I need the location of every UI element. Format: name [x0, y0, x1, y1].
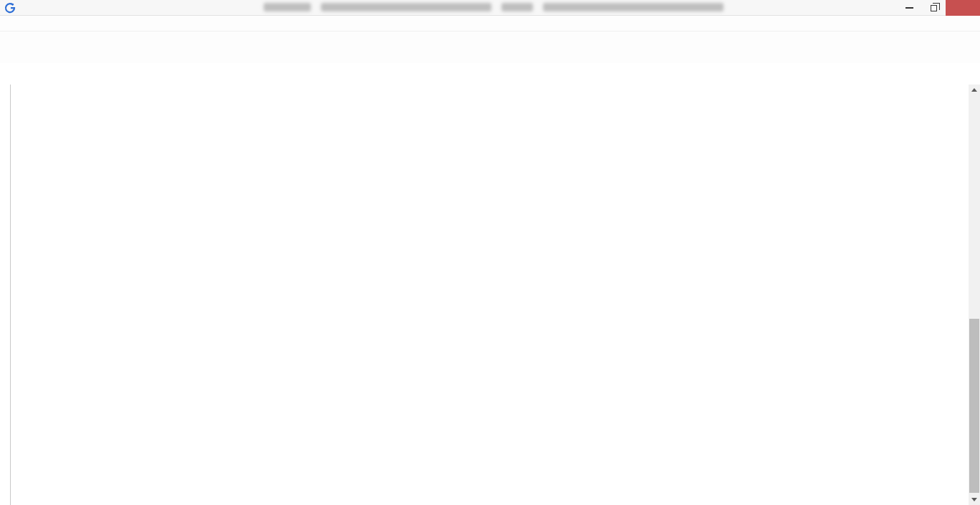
title-bar	[0, 0, 980, 16]
scroll-up-button[interactable]	[969, 85, 980, 95]
menu-bar	[0, 16, 980, 32]
app-window	[0, 0, 980, 505]
event-tree-line	[10, 85, 11, 505]
events-list	[0, 85, 969, 505]
vertical-scrollbar[interactable]	[969, 85, 980, 505]
scroll-down-button[interactable]	[969, 494, 980, 505]
arrow-up-icon	[971, 88, 977, 92]
restore-button[interactable]	[921, 0, 946, 16]
minimize-icon	[905, 7, 913, 9]
close-button[interactable]	[946, 0, 980, 16]
scrollbar-thumb[interactable]	[969, 319, 979, 493]
toolbar	[0, 32, 980, 63]
arrow-down-icon	[971, 498, 977, 501]
redacted-title-text	[264, 3, 742, 13]
restore-icon	[931, 5, 937, 11]
events-sheet	[0, 85, 980, 505]
gdevelop-logo-icon	[4, 2, 16, 14]
minimize-button[interactable]	[897, 0, 921, 16]
tab-bar	[0, 63, 980, 85]
